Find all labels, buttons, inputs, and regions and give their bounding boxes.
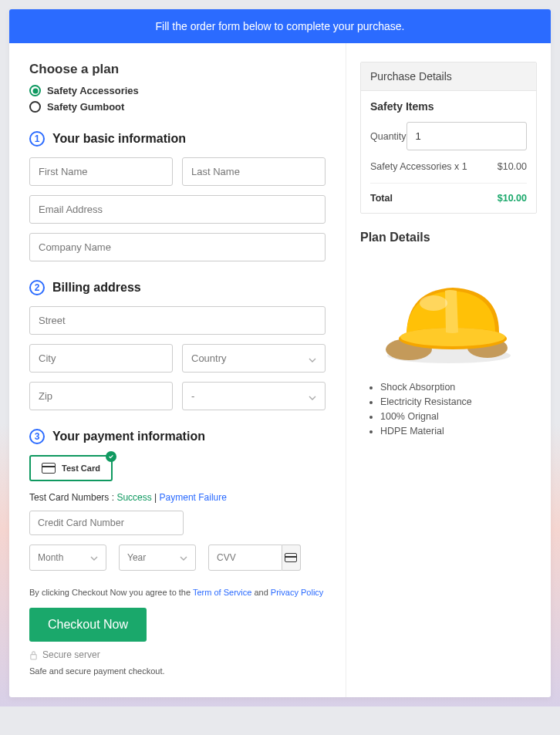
credit-card-icon bbox=[42, 463, 56, 474]
radio-unselected-icon bbox=[29, 101, 41, 113]
company-input[interactable] bbox=[29, 233, 326, 261]
step-number-icon: 2 bbox=[29, 280, 45, 295]
svg-rect-0 bbox=[31, 654, 36, 659]
purchase-details-box: Purchase Details Safety Items Quantity S… bbox=[360, 62, 537, 214]
check-circle-icon bbox=[106, 451, 116, 462]
cvv-card-icon bbox=[282, 545, 301, 571]
plan-option-label: Safety Accessories bbox=[47, 85, 139, 96]
city-input[interactable] bbox=[29, 344, 173, 373]
select-placeholder: - bbox=[191, 390, 194, 402]
chevron-down-icon bbox=[309, 393, 316, 400]
cvv-input[interactable] bbox=[208, 545, 282, 571]
safe-note: Safe and secure payment checkout. bbox=[29, 666, 326, 676]
quantity-label: Quantity bbox=[370, 131, 407, 142]
card-body: Choose a plan Safety Accessories Safety … bbox=[9, 43, 551, 697]
purchase-subheading: Safety Items bbox=[370, 100, 527, 113]
zip-input[interactable] bbox=[29, 382, 173, 410]
feature-item: Shock Absorption bbox=[380, 382, 537, 393]
total-label: Total bbox=[370, 193, 393, 204]
feature-item: 100% Orignal bbox=[380, 411, 537, 422]
cc-number-input[interactable] bbox=[29, 511, 184, 535]
test-card-label: Test Card bbox=[62, 464, 100, 473]
chevron-down-icon bbox=[180, 554, 187, 561]
feature-list: Shock Absorption Electricity Resistance … bbox=[380, 382, 537, 437]
section-title-text: Your payment information bbox=[52, 430, 205, 443]
section-basic-info: 1 Your basic information bbox=[29, 131, 326, 147]
chevron-down-icon bbox=[309, 355, 316, 362]
section-title-text: Billing address bbox=[52, 281, 141, 295]
step-number-icon: 3 bbox=[29, 429, 45, 444]
test-card-option[interactable]: Test Card bbox=[29, 455, 113, 481]
select-placeholder: Country bbox=[191, 352, 227, 364]
first-name-input[interactable] bbox=[29, 157, 173, 186]
street-input[interactable] bbox=[29, 306, 326, 335]
country-select[interactable]: Country bbox=[182, 344, 326, 373]
last-name-input[interactable] bbox=[182, 157, 326, 186]
step-number-icon: 1 bbox=[29, 131, 45, 147]
left-column: Choose a plan Safety Accessories Safety … bbox=[9, 43, 346, 697]
product-image bbox=[372, 255, 526, 371]
section-billing: 2 Billing address bbox=[29, 280, 326, 295]
email-input[interactable] bbox=[29, 195, 326, 224]
test-card-numbers-note: Test Card Numbers : Success | Payment Fa… bbox=[29, 492, 326, 503]
section-payment: 3 Your payment information bbox=[29, 429, 326, 444]
right-column: Purchase Details Safety Items Quantity S… bbox=[346, 43, 551, 697]
checkout-card: Fill the order form below to complete yo… bbox=[9, 9, 551, 697]
tos-link[interactable]: Term of Service bbox=[193, 588, 251, 597]
plan-option-accessories[interactable]: Safety Accessories bbox=[29, 85, 326, 96]
plan-option-label: Safety Gumboot bbox=[47, 101, 124, 113]
feature-item: HDPE Material bbox=[380, 426, 537, 437]
plan-details-title: Plan Details bbox=[360, 231, 537, 244]
chevron-down-icon bbox=[90, 554, 98, 561]
success-link[interactable]: Success bbox=[116, 492, 151, 503]
banner: Fill the order form below to complete yo… bbox=[9, 9, 551, 43]
checkout-button[interactable]: Checkout Now bbox=[29, 608, 147, 642]
agree-text: By clicking Checkout Now you agree to th… bbox=[29, 588, 326, 597]
purchase-heading: Purchase Details bbox=[361, 62, 536, 91]
total-price: $10.00 bbox=[498, 193, 527, 204]
choose-plan-title: Choose a plan bbox=[29, 62, 326, 77]
failure-link[interactable]: Payment Failure bbox=[160, 492, 227, 503]
lock-icon bbox=[29, 650, 38, 660]
select-placeholder: Month bbox=[38, 552, 63, 563]
svg-point-6 bbox=[420, 295, 447, 311]
section-title-text: Your basic information bbox=[52, 132, 186, 146]
year-select[interactable]: Year bbox=[119, 545, 196, 571]
line-item-price: $10.00 bbox=[498, 161, 527, 172]
line-item-label: Safety Accessories x 1 bbox=[370, 161, 467, 172]
month-select[interactable]: Month bbox=[29, 545, 106, 571]
state-select[interactable]: - bbox=[182, 382, 326, 410]
privacy-link[interactable]: Privacy Policy bbox=[271, 588, 323, 597]
plan-option-gumboot[interactable]: Safety Gumboot bbox=[29, 101, 326, 113]
radio-selected-icon bbox=[29, 85, 41, 96]
feature-item: Electricity Resistance bbox=[380, 396, 537, 407]
secure-server-note: Secure server bbox=[29, 649, 326, 660]
select-placeholder: Year bbox=[127, 552, 146, 563]
quantity-input[interactable] bbox=[407, 122, 527, 150]
